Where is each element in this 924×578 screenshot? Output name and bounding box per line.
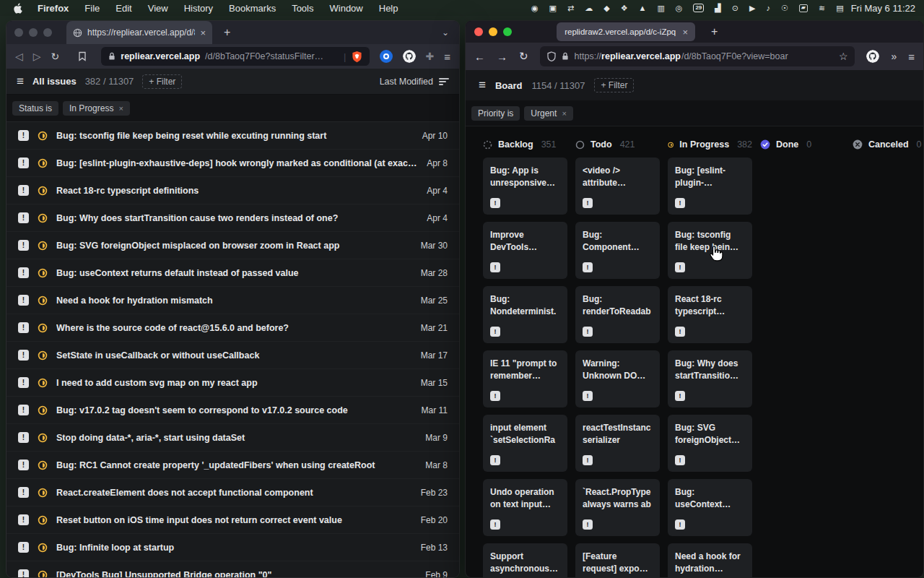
tab-list-chevron-icon[interactable]: ⌄ [442,27,449,38]
dropbox-icon[interactable]: ❖ [621,4,628,12]
issue-row[interactable]: ! [DevTools Bug] Unsupported Bridge oper… [6,561,459,578]
control-center-icon[interactable]: ▤ [836,4,843,12]
menu-edit[interactable]: Edit [108,3,139,14]
cloud-icon[interactable]: ☁ [585,4,593,12]
back-button[interactable]: ← [474,51,485,63]
menu-bookmarks[interactable]: Bookmarks [221,3,284,14]
issue-card[interactable]: <video /> attribute… ! [575,158,660,215]
issue-row[interactable]: ! Reset button on iOS time input does no… [6,506,459,534]
issue-row[interactable]: ! Bug: Infinite loop at startup Feb 13 [6,534,459,561]
tab-close-icon[interactable]: × [200,27,206,38]
forward-button[interactable]: ▷ [33,51,41,62]
bookmark-star-icon[interactable]: ☆ [839,51,848,62]
filter-value-chip[interactable]: Urgent × [524,106,572,121]
issue-row[interactable]: ! Where is the source code of react@15.6… [6,314,459,342]
sidebar-menu-icon[interactable]: ≡ [17,74,24,89]
issue-card[interactable]: Bug: Nondeterminist. ! [483,286,567,343]
siri-icon[interactable]: ☉ [781,4,788,12]
issue-card[interactable]: Bug: SVG foreignObject… ! [668,415,752,472]
issue-card[interactable]: Bug: App is unresponsive… ! [483,158,567,215]
issue-row[interactable]: ! SetState in useCallback or without use… [6,342,459,369]
issue-row[interactable]: ! Stop doing data-*, aria-*, start using… [6,424,459,452]
vercel-icon[interactable]: ▲ [639,4,647,12]
apple-menu[interactable] [13,3,22,14]
browser-tab[interactable]: https://repliear.vercel.app/d/8b × [66,21,212,44]
issue-card[interactable]: Bug: [eslint- plugin-… ! [668,158,752,215]
onepassword-extension-icon[interactable] [380,50,393,63]
bookmark-icon[interactable] [78,51,87,61]
issue-card[interactable]: reactTestInstanc serializer ! [575,415,660,472]
tracking-shield-icon[interactable] [547,51,556,61]
reload-button[interactable]: ↻ [51,51,60,62]
issue-card[interactable]: [Feature request] expo… ! [575,543,660,578]
menu-help[interactable]: Help [371,3,406,14]
onepassword-icon[interactable]: ◎ [676,4,683,12]
browser-menu-icon[interactable]: ≡ [908,51,915,63]
issue-row[interactable]: ! Bug: tsconfig file keep being reset wh… [6,122,459,150]
new-tab-button[interactable]: + [711,25,718,38]
issue-row[interactable]: ! I need to add custom svg map on my rea… [6,369,459,397]
extensions-puzzle-icon[interactable]: ✚ [426,51,435,62]
notion-icon[interactable]: ▥ [657,4,664,12]
menu-file[interactable]: File [77,3,108,14]
zoom-window-button[interactable] [43,28,52,37]
close-window-button[interactable] [474,27,483,36]
sort-icon[interactable] [439,78,449,85]
add-filter-button[interactable]: + Filter [594,78,634,92]
issue-card[interactable]: Need a hook for hydration… ! [668,543,752,578]
battery-icon[interactable]: ▰ [799,4,808,12]
github-account-icon[interactable] [866,50,879,63]
issue-card[interactable]: Bug: useContext… ! [668,479,752,536]
issue-card[interactable]: Bug: Component… ! [575,222,660,279]
github-extension-icon[interactable] [403,50,416,63]
sync-icon[interactable]: ⇄ [567,4,574,12]
calendar-icon[interactable]: 29 [693,4,704,12]
shortcut-icon[interactable]: ⊙ [732,4,738,12]
menu-view[interactable]: View [140,3,176,14]
zoom-window-button[interactable] [503,27,512,36]
issue-row[interactable]: ! Bug: [eslint-plugin-exhaustive-deps] h… [6,150,459,177]
issue-card[interactable]: Warning: Unknown DO… ! [575,350,660,407]
back-button[interactable]: ◁ [15,51,23,62]
address-bar[interactable]: repliear.vercel.app /d/8bTaoq7F0e?status… [101,47,369,66]
menu-window[interactable]: Window [322,3,371,14]
issue-card[interactable]: Bug: Why does startTransitio… ! [668,350,752,407]
browser-tab[interactable]: replidraw2.vercel.app/d/c-iZpq × [557,22,695,41]
issue-card[interactable]: input element `setSelectionRa ! [483,415,567,472]
issue-row[interactable]: ! Need a hook for hydration mismatch Mar… [6,287,459,314]
menu-tools[interactable]: Tools [284,3,321,14]
browser-menu-icon[interactable]: ≡ [444,51,450,63]
display-icon[interactable]: ▣ [549,4,557,12]
forward-button[interactable]: → [497,51,507,63]
add-filter-button[interactable]: + Filter [142,74,182,89]
filter-value-chip[interactable]: In Progress × [63,101,130,116]
issue-row[interactable]: ! Bug: Why does startTransition cause tw… [6,204,459,232]
issue-card[interactable]: IE 11 "prompt to remember… ! [483,350,567,407]
menu-firefox[interactable]: Firefox [30,3,77,14]
menu-history[interactable]: History [176,3,221,14]
address-bar[interactable]: https:// repliear.vercel.app /d/8bTaoq7F… [540,46,855,66]
brave-shield-icon[interactable] [352,51,362,63]
issue-card[interactable]: Support asynchronous… ! [483,543,567,578]
minimize-window-button[interactable] [489,27,497,36]
filter-field-chip[interactable]: Priority is [471,106,520,121]
issue-row[interactable]: ! React 18-rc typescript definitions Apr… [6,177,459,204]
issue-row[interactable]: ! Bug: RC1 Cannot create property '_upda… [6,452,459,479]
tab-close-icon[interactable]: × [682,27,688,38]
issue-row[interactable]: ! Bug: useContext returns default instea… [6,259,459,287]
issue-row[interactable]: ! Bug: SVG foreignObject misplaced on br… [6,232,459,259]
play-icon[interactable]: ▶ [749,4,755,12]
close-window-button[interactable] [14,28,23,37]
issue-card[interactable]: React 18-rc typescript… ! [668,286,752,343]
new-tab-button[interactable]: + [224,26,230,39]
issue-card[interactable]: Improve DevTools… ! [483,222,567,279]
sidebar-menu-icon[interactable]: ≡ [479,78,486,92]
menu-clock[interactable]: Fri May 6 11:22 [851,3,915,14]
issue-card[interactable]: Undo operation on text input… ! [483,479,567,536]
stats-icon[interactable]: ▟ [715,4,720,12]
issue-card[interactable]: Bug: renderToReadab ! [575,286,660,343]
overflow-menu-icon[interactable]: » [891,51,897,62]
remove-filter-icon[interactable]: × [118,104,123,113]
volume-icon[interactable]: ♪ [766,4,770,12]
remove-filter-icon[interactable]: × [562,109,566,118]
